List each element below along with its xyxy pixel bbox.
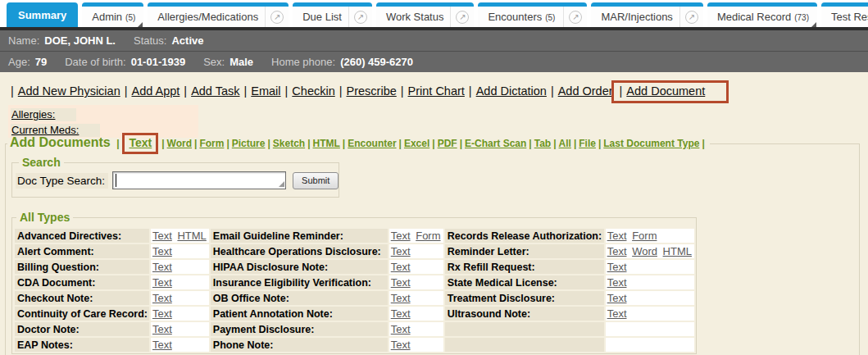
open-in-new-window-icon[interactable]: ↗: [348, 7, 372, 27]
doc-type-link-last-document-type[interactable]: Last Document Type: [603, 138, 699, 149]
separator: |: [244, 84, 248, 98]
submit-button[interactable]: Submit: [293, 172, 339, 189]
patient-demographics-bar: Age: 79 Date of birth: 01-01-1939 Sex: M…: [0, 52, 868, 72]
doc-format-link-text[interactable]: Text: [391, 245, 411, 257]
doc-format-link-text[interactable]: Text: [152, 307, 172, 320]
search-section: Search Doc Type Search: Submit: [11, 156, 339, 198]
doc-format-link-text[interactable]: Text: [152, 292, 172, 304]
tab-summary[interactable]: Summary: [7, 2, 78, 27]
doc-format-link-text[interactable]: Text: [391, 339, 411, 351]
doc-format-link-text[interactable]: Text: [152, 261, 172, 273]
tab-encounters[interactable]: Encounters(5)↗: [478, 2, 587, 27]
doc-type-label: Doctor Note:: [15, 322, 149, 336]
open-in-new-window-icon[interactable]: ↗: [563, 7, 587, 27]
doc-format-link-text[interactable]: Text: [607, 307, 627, 320]
open-in-new-window-icon[interactable]: ↗: [265, 7, 289, 27]
dropdown-corner-icon: [811, 22, 816, 27]
tab-label: Summary: [7, 9, 78, 21]
doc-format-link-text[interactable]: Text: [152, 276, 172, 289]
doc-format-link-text[interactable]: Text: [607, 276, 627, 289]
doc-format-link-text[interactable]: Text: [391, 292, 411, 304]
doc-format-link-text[interactable]: Text: [391, 307, 411, 320]
action-link-add-order[interactable]: Add Order: [558, 84, 613, 98]
open-in-new-window-icon[interactable]: ↗: [450, 7, 474, 27]
doc-format-link-text[interactable]: Text: [607, 230, 627, 242]
separator: |: [11, 84, 14, 98]
doc-type-link-all[interactable]: All: [559, 138, 571, 149]
doc-type-link-pdf[interactable]: PDF: [438, 138, 457, 149]
doc-format-link-text[interactable]: Text: [152, 230, 172, 242]
doc-type-link-excel[interactable]: Excel: [404, 138, 429, 149]
doc-type-link-file[interactable]: File: [579, 138, 596, 149]
doc-type-link-encounter[interactable]: Encounter: [348, 138, 396, 149]
doc-type-link-form[interactable]: Form: [199, 138, 224, 149]
home-phone-label: Home phone:: [271, 56, 335, 68]
open-in-new-window-icon[interactable]: ↗: [679, 7, 703, 27]
doc-type-link-html[interactable]: HTML: [313, 138, 340, 149]
doc-format-link-form[interactable]: Form: [632, 230, 657, 242]
doc-type-link-e-chart-scan[interactable]: E-Chart Scan: [465, 138, 526, 149]
action-link-add-task[interactable]: Add Task: [191, 84, 239, 98]
tab-mar-injections[interactable]: MAR/Injections↗: [591, 2, 702, 27]
doc-format-link-html[interactable]: HTML: [177, 230, 206, 242]
tab-work-status[interactable]: Work Status↗: [376, 2, 475, 27]
doc-type-link-picture[interactable]: Picture: [232, 138, 266, 149]
doc-type-link-word[interactable]: Word: [167, 138, 192, 149]
action-link-add-appt[interactable]: Add Appt: [131, 84, 180, 98]
doc-format-link-text[interactable]: Text: [391, 261, 411, 273]
doc-type-label: Healthcare Operations Disclosure:: [211, 244, 388, 258]
doc-format-link-text[interactable]: Text: [391, 230, 411, 242]
patient-sex: Male: [229, 56, 253, 68]
highlight-box: Text: [122, 133, 158, 154]
doc-format-link-text[interactable]: Text: [152, 245, 172, 257]
doc-type-search-input[interactable]: [112, 171, 286, 189]
dob-label: Date of birth:: [65, 56, 125, 68]
separator: |: [343, 138, 345, 149]
action-link-add-new-physician[interactable]: Add New Physician: [18, 84, 120, 98]
table-row: Doctor Note:TextPayment Disclosure:Text: [15, 322, 694, 336]
doc-type-label: Ultrasound Note:: [445, 307, 604, 321]
allergies-link[interactable]: Allergies:: [11, 108, 76, 121]
all-types-title: All Types: [16, 211, 73, 224]
doc-format-links-cell: Text: [151, 307, 209, 321]
doc-format-link-html[interactable]: HTML: [663, 245, 692, 257]
doc-format-link-text[interactable]: Text: [152, 339, 172, 351]
doc-type-link-text[interactable]: Text: [129, 136, 152, 149]
doc-format-links-cell: [606, 322, 694, 336]
doc-format-link-text[interactable]: Text: [391, 276, 411, 289]
doc-format-link-text[interactable]: Text: [607, 261, 627, 273]
tab-due-list[interactable]: Due List↗: [293, 2, 372, 27]
separator: |: [285, 84, 289, 98]
doc-type-link-tab[interactable]: Tab: [534, 138, 551, 149]
doc-format-link-text[interactable]: Text: [607, 245, 627, 257]
doc-format-link-text[interactable]: Text: [391, 323, 411, 335]
resize-grip-icon[interactable]: [279, 181, 284, 187]
action-link-checkin[interactable]: Checkin: [292, 84, 334, 98]
table-row: Advanced Directives:Text HTMLEmail Guide…: [15, 229, 694, 243]
doc-format-link-text[interactable]: Text: [152, 323, 172, 335]
doc-type-link-sketch[interactable]: Sketch: [273, 138, 305, 149]
doc-format-link-text[interactable]: Text: [607, 292, 627, 304]
patient-name-bar: Name: DOE, JOHN L. Status: Active: [0, 30, 868, 52]
status-label: Status:: [134, 34, 166, 47]
action-link-email[interactable]: Email: [251, 84, 280, 98]
doc-format-link-form[interactable]: Form: [416, 230, 440, 242]
tab-test-results[interactable]: Test Results(2): [821, 2, 868, 27]
tab-allergies-medications[interactable]: Allergies/Medications↗: [148, 2, 289, 27]
tab-label: Due List: [293, 11, 348, 23]
tab-medical-record[interactable]: Medical Record(73): [707, 2, 817, 27]
action-link-print-chart[interactable]: Print Chart: [408, 84, 465, 98]
table-row: CDA Document:TextInsurance Eligibility V…: [15, 275, 694, 289]
action-link-prescribe[interactable]: Prescribe: [347, 84, 397, 98]
action-link-add-document[interactable]: Add Document: [626, 84, 705, 98]
doc-format-link-word[interactable]: Word: [632, 245, 657, 257]
action-link-add-dictation[interactable]: Add Dictation: [476, 84, 547, 98]
doc-format-links-cell: Text: [151, 275, 209, 289]
doc-format-links-cell: Text: [151, 260, 209, 274]
doc-type-search-field: [112, 171, 286, 189]
tab-admin[interactable]: Admin(5): [82, 2, 143, 27]
doc-type-links: |Text|Word|Form|Picture|Sketch|HTML|Enco…: [114, 138, 707, 149]
main-content: |Add New Physician|Add Appt|Add Task|Ema…: [0, 72, 868, 355]
separator: |: [460, 138, 462, 149]
table-row: Checkout Note:TextOB Office Note:TextTre…: [15, 291, 694, 305]
